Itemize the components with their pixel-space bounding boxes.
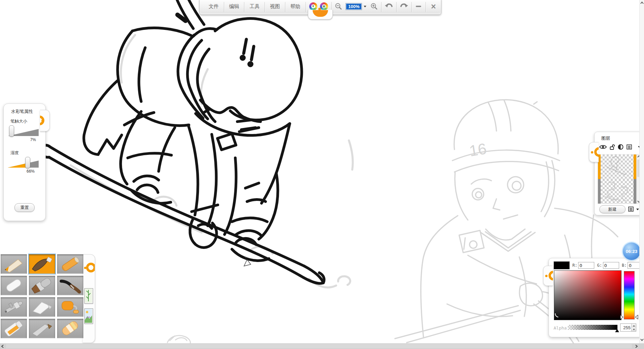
- zoom-out-button[interactable]: [332, 1, 345, 12]
- layer-menu-icon[interactable]: [627, 144, 633, 150]
- menu-help[interactable]: 帮助: [285, 1, 306, 12]
- scroll-left-button[interactable]: [1, 344, 4, 348]
- r-input[interactable]: [578, 262, 594, 269]
- chevron-down-icon[interactable]: [364, 6, 366, 7]
- hue-slider[interactable]: [624, 271, 635, 319]
- pencil-brush-icon: [1, 255, 26, 273]
- brush-roller[interactable]: [57, 297, 83, 317]
- flat-brush-icon: [30, 276, 54, 295]
- zoom-in-icon: [370, 3, 378, 10]
- redo-button[interactable]: [397, 1, 411, 12]
- rainbow-tool-icon[interactable]: ↟: [309, 2, 317, 10]
- layers-panel-grip[interactable]: [589, 142, 599, 162]
- chevron-up-icon: [640, 1, 644, 4]
- alpha-marker[interactable]: [615, 329, 619, 332]
- chevron-down-icon[interactable]: [636, 209, 639, 210]
- alpha-gradient: [568, 325, 617, 330]
- knife-brush-icon: [30, 298, 54, 316]
- chevron-down-icon: [640, 338, 644, 341]
- wetness-value: 66%: [27, 169, 35, 174]
- layer-list: [598, 154, 637, 204]
- hue-marker-right[interactable]: [635, 315, 638, 319]
- brush-watercolor-selected[interactable]: [29, 254, 55, 274]
- color-panel-grip[interactable]: [543, 266, 553, 286]
- alpha-value: 255: [620, 325, 631, 330]
- wetness-knob[interactable]: [25, 157, 30, 168]
- picture-preview-button[interactable]: [84, 308, 93, 324]
- smile-tab-icon: [313, 10, 328, 17]
- menu-edit[interactable]: 编辑: [224, 1, 244, 12]
- brush-airbrush[interactable]: [1, 297, 27, 317]
- helmet-number-text: 16: [468, 140, 488, 160]
- vertical-scrollbar[interactable]: [639, 0, 644, 343]
- brush-knife[interactable]: [29, 297, 55, 317]
- close-button[interactable]: ×: [426, 1, 441, 12]
- brush-size-value: 7%: [30, 137, 36, 142]
- session-timer[interactable]: 06:23: [623, 243, 640, 260]
- brush-size-slider[interactable]: [8, 125, 40, 137]
- brush-round[interactable]: [29, 319, 55, 338]
- bottom-faint-sketch: [167, 336, 190, 343]
- saturation-value-picker[interactable]: [554, 270, 621, 320]
- wetness-slider[interactable]: [8, 157, 40, 168]
- g-input[interactable]: [603, 262, 619, 269]
- triangle-up-icon: [633, 325, 635, 326]
- reset-button[interactable]: 重置: [14, 203, 35, 212]
- layer-row-selected[interactable]: [598, 155, 636, 179]
- brush-ink[interactable]: [57, 276, 83, 295]
- brush-eraser[interactable]: [57, 319, 83, 338]
- scroll-right-button[interactable]: [635, 344, 638, 348]
- undo-button[interactable]: [381, 1, 396, 12]
- zoom-in-button[interactable]: [367, 1, 381, 12]
- layers-panel-footer: 新建: [595, 205, 644, 213]
- snowboarder-ink-drawing: [42, 0, 324, 283]
- lock-open-icon[interactable]: [610, 144, 615, 150]
- hue-marker-left[interactable]: [620, 315, 623, 319]
- horizontal-scrollbar[interactable]: [0, 343, 644, 349]
- scroll-down-button[interactable]: [640, 338, 644, 341]
- spin-down-button[interactable]: [632, 328, 636, 331]
- menu-file[interactable]: 文件: [204, 1, 224, 12]
- eye-icon[interactable]: [599, 144, 607, 149]
- brush-crayon[interactable]: [57, 254, 83, 274]
- spin-up-button[interactable]: [632, 324, 636, 328]
- contrast-icon[interactable]: [618, 144, 623, 150]
- minimize-button[interactable]: [412, 1, 426, 12]
- brush-marker[interactable]: [1, 319, 27, 338]
- sv-cursor: [554, 312, 562, 320]
- new-layer-button[interactable]: 新建: [599, 205, 626, 213]
- layers-panel-title: 图层: [601, 135, 610, 141]
- brush-chalk[interactable]: [1, 276, 27, 295]
- brush-pencil[interactable]: [1, 254, 27, 274]
- layer-row[interactable]: [598, 179, 636, 204]
- layer-thumbnail-2[interactable]: [601, 179, 634, 204]
- triangle-down-icon: [633, 329, 635, 330]
- rainbow-globe-icon[interactable]: ⊞: [320, 2, 328, 10]
- zoom-level-selector[interactable]: 100%: [346, 1, 366, 12]
- layer-bar: [598, 179, 601, 204]
- menu-view[interactable]: 视图: [265, 1, 285, 12]
- current-color-swatch[interactable]: [554, 261, 570, 269]
- wetness-track: [8, 159, 40, 168]
- layer-thumbnail-1[interactable]: [601, 155, 634, 179]
- layer-options-icon[interactable]: [628, 206, 635, 212]
- grip-handle-icon: [549, 271, 553, 280]
- ink-brush-icon: [58, 276, 83, 295]
- brush-size-knob[interactable]: [9, 125, 14, 137]
- paint-application-window: 16: [0, 0, 644, 349]
- toolbox-smile-tab[interactable]: [308, 10, 333, 19]
- crayon-brush-icon: [58, 255, 83, 273]
- scroll-up-button[interactable]: [640, 1, 644, 4]
- layer-tool-icons: [599, 144, 641, 150]
- menu-tools[interactable]: 工具: [244, 1, 265, 12]
- layers-panel: 图层: [594, 132, 644, 215]
- hscroll-thumb[interactable]: [6, 344, 632, 348]
- picture-preview-icon: [85, 309, 92, 323]
- brush-flat[interactable]: [29, 276, 55, 295]
- alpha-slider[interactable]: [568, 325, 617, 330]
- bamboo-preview-button[interactable]: [84, 288, 93, 304]
- brush-palette-tab[interactable]: [83, 254, 95, 343]
- brush-panel-grip[interactable]: [40, 110, 50, 131]
- canvas-drawing-area[interactable]: 16: [0, 0, 644, 349]
- alpha-label: Alpha: [554, 325, 567, 331]
